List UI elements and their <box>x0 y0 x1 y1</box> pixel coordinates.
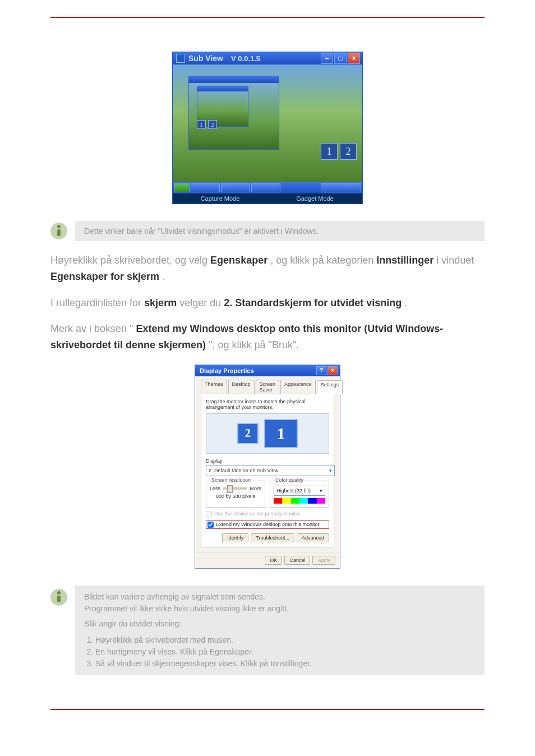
taskbar-item[interactable] <box>191 183 220 192</box>
tab-settings[interactable]: Settings <box>317 380 343 394</box>
tab-desktop[interactable]: Desktop <box>228 380 255 394</box>
display-properties-illustration: Display Properties ? × Themes Desktop Sc… <box>50 365 485 569</box>
note2-step-2: En hurtigmeny vil vises. Klikk på Egensk… <box>95 646 476 658</box>
taskbar-item[interactable] <box>251 183 280 192</box>
close-button[interactable]: × <box>348 53 360 64</box>
para2-prefix: I rullegardinlisten for <box>50 297 144 308</box>
para1-mid2: i vinduet <box>436 255 474 266</box>
monitor-1-small: 1 <box>197 120 206 129</box>
note2-steps-intro: Slik angir du utvidet visning: <box>84 618 476 630</box>
dp-troubleshoot-button[interactable]: Troubleshoot... <box>251 533 294 542</box>
subview-titlebar: Sub View V 0.0.1.5 – □ × <box>173 52 362 64</box>
para3-end: ", og klikk på "Bruk". <box>209 339 299 351</box>
dp-res-more: More <box>250 486 261 491</box>
dp-monitor-arrangement[interactable]: 2 1 <box>206 413 329 454</box>
footer-capture-mode: Capture Mode <box>173 193 268 204</box>
monitor-2-small: 2 <box>208 120 217 129</box>
note-block-2: Bildet kan variere avhengig av signalet … <box>50 586 485 675</box>
chevron-down-icon: ▾ <box>320 488 322 494</box>
note2-step-3: Så vil vinduet til skjermegenskaper vise… <box>95 658 476 670</box>
para2-mid: velger du <box>179 297 224 308</box>
footer-gadget-mode: Gadget Mode <box>268 193 362 204</box>
inner-window-large: 1 2 <box>188 76 279 150</box>
dp-advanced-button[interactable]: Advanced <box>297 533 329 542</box>
dp-check-primary-label: Use this device as the primary monitor. <box>214 511 301 517</box>
subview-taskbar <box>173 182 362 193</box>
dp-close-button[interactable]: × <box>328 366 338 375</box>
checkbox-extend[interactable] <box>207 522 214 528</box>
info-icon <box>50 589 67 606</box>
dp-quality-group: Color quality Highest (32 bit) ▾ <box>270 481 329 508</box>
dp-res-less: Less <box>210 486 220 491</box>
note2-line1: Bildet kan variere avhengig av signalet … <box>84 591 476 603</box>
systray[interactable] <box>321 183 361 192</box>
dp-titlebar: Display Properties ? × <box>195 365 340 376</box>
note-1-text: Dette virker bare når "Utvidet visningsm… <box>84 227 319 236</box>
para2-end: . <box>404 297 407 308</box>
top-divider <box>50 17 485 18</box>
tab-screensaver[interactable]: Screen Saver <box>256 380 280 394</box>
info-icon <box>50 223 67 239</box>
dp-res-value: 800 by 600 pixels <box>210 494 261 499</box>
subview-window-illustration: Sub View V 0.0.1.5 – □ × 1 2 <box>50 52 485 204</box>
para1-prefix: Høyreklikk på skrivebordet, og velg <box>50 255 210 266</box>
dp-display-value: 2. Default Monitor on Sub View <box>209 468 278 473</box>
subview-body: 1 2 1 2 <box>173 64 362 182</box>
subview-version: V 0.0.1.5 <box>231 54 260 63</box>
note-block-1: Dette virker bare når "Utvidet visningsm… <box>50 221 485 241</box>
para1-properties: Egenskaper <box>210 255 268 266</box>
dp-q-value: Highest (32 bit) <box>276 488 311 494</box>
dp-help-button[interactable]: ? <box>316 366 326 375</box>
color-bar <box>274 498 325 504</box>
dp-display-select[interactable]: 2. Default Monitor on Sub View ▾ <box>206 465 335 476</box>
dp-check-extend-label: Extend my Windows desktop onto this moni… <box>216 522 321 527</box>
instructions-block: Høyreklikk på skrivebordet, og velg Egen… <box>50 252 485 353</box>
tab-appearance[interactable]: Appearance <box>280 380 316 394</box>
bottom-divider <box>50 709 485 710</box>
monitor-pair-big: 1 2 <box>321 143 357 160</box>
app-icon <box>176 54 185 63</box>
subview-title: Sub View <box>188 54 223 63</box>
dp-monitor-1[interactable]: 1 <box>264 419 298 448</box>
para2-secondary: 2. Standardskjerm for utvidet visning <box>224 297 402 308</box>
subview-footer: Capture Mode Gadget Mode <box>173 193 362 204</box>
note2-steps-list: Høyreklikk på skrivebordet med musen. En… <box>84 634 476 670</box>
dp-res-legend: Screen resolution <box>210 477 252 483</box>
dp-check-primary[interactable]: Use this device as the primary monitor. <box>206 511 329 517</box>
monitor-pair-small: 1 2 <box>197 120 217 129</box>
para1-dispprops: Egenskaper for skjerm <box>50 271 159 282</box>
checkbox-primary[interactable] <box>206 511 212 517</box>
para2-screen: skjerm <box>144 297 177 308</box>
dp-monitor-2[interactable]: 2 <box>237 423 259 444</box>
monitor-1-big: 1 <box>321 143 338 160</box>
slider-thumb[interactable] <box>227 485 233 493</box>
para3-prefix: Merk av i boksen " <box>50 323 133 334</box>
dp-tabs: Themes Desktop Screen Saver Appearance S… <box>201 380 334 394</box>
para1-mid1: , og klikk på kategorien <box>270 255 376 266</box>
minimize-button[interactable]: – <box>321 53 333 64</box>
dp-q-legend: Color quality <box>274 477 305 483</box>
note2-step-1: Høyreklikk på skrivebordet med musen. <box>95 634 476 646</box>
para1-end: . <box>162 271 165 282</box>
dp-check-extend[interactable]: Extend my Windows desktop onto this moni… <box>206 520 329 529</box>
dp-resolution-slider[interactable]: Less More <box>210 486 261 491</box>
dp-quality-select[interactable]: Highest (32 bit) ▾ <box>274 486 325 496</box>
dp-apply-button[interactable]: Apply <box>312 556 335 565</box>
dp-identify-button[interactable]: Identify <box>222 533 248 542</box>
dp-title: Display Properties <box>200 367 254 374</box>
dp-ok-button[interactable]: OK <box>265 556 282 565</box>
tab-themes[interactable]: Themes <box>201 380 227 394</box>
taskbar-item[interactable] <box>221 183 250 192</box>
monitor-2-big: 2 <box>340 143 357 160</box>
note2-line2: Programmet vil ikke virke hvis utvidet v… <box>84 603 476 615</box>
dp-hint: Drag the monitor icons to match the phys… <box>206 399 329 410</box>
dp-display-label: Display: <box>206 458 329 464</box>
para1-settings: Innstillinger <box>376 255 433 266</box>
chevron-down-icon: ▾ <box>329 468 332 473</box>
start-button[interactable] <box>174 183 190 192</box>
dp-resolution-group: Screen resolution Less More 800 by 600 p… <box>206 481 265 508</box>
maximize-button[interactable]: □ <box>334 53 347 64</box>
dp-cancel-button[interactable]: Cancel <box>284 556 310 565</box>
